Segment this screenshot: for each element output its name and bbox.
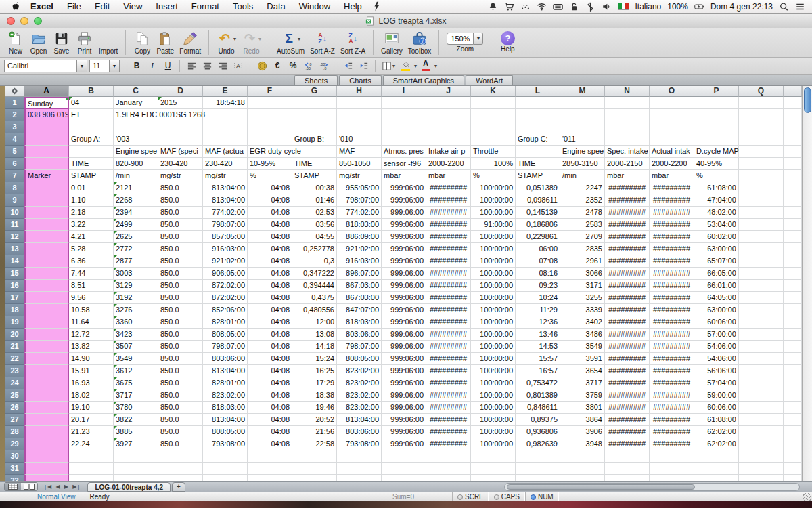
cell-M7[interactable]: /min (560, 170, 605, 182)
cell-B22[interactable]: 14.90 (69, 353, 114, 365)
cell-I17[interactable]: 999:06:00 (382, 292, 426, 304)
cell-J24[interactable]: ######### (426, 377, 471, 389)
cell-O11[interactable]: ######### (650, 219, 694, 231)
cell-F30[interactable] (248, 450, 292, 463)
cell-A27[interactable] (24, 414, 69, 426)
cell-P16[interactable]: 66:01:00 (694, 280, 739, 292)
cell-O28[interactable]: ######### (650, 426, 694, 438)
cell-I24[interactable]: 999:06:00 (382, 377, 426, 389)
cell-A15[interactable] (24, 268, 69, 280)
cell-O22[interactable]: ######### (650, 353, 694, 365)
cell-M26[interactable]: 3801 (560, 402, 605, 414)
cell-B3[interactable] (69, 121, 114, 133)
cell-Q10[interactable] (739, 207, 784, 219)
cell-B10[interactable]: 2.18 (69, 207, 114, 219)
cell-A17[interactable] (24, 292, 69, 304)
col-header-G[interactable]: G (292, 86, 337, 97)
cell-O5[interactable]: Actual intak (650, 146, 694, 158)
cell-P21[interactable]: 54:06:00 (694, 341, 739, 353)
cell-N32[interactable] (605, 475, 650, 481)
col-header-B[interactable]: B (69, 86, 114, 97)
cell-P9[interactable]: 47:04:00 (694, 194, 739, 207)
vertical-scrollbar[interactable] (802, 86, 812, 481)
cell-D18[interactable]: 850.0 (158, 304, 203, 316)
cell-N20[interactable]: ######### (605, 329, 650, 341)
cell-E15[interactable]: 906:05:00 (203, 268, 248, 280)
cell-J1[interactable] (426, 97, 471, 109)
cell-G16[interactable]: 0,394444 (292, 280, 337, 292)
cell-I8[interactable]: 999:06:00 (382, 182, 426, 194)
cell-A13[interactable] (24, 243, 69, 255)
row-header-24[interactable]: 24 (5, 377, 24, 389)
cell-N7[interactable]: mbar (605, 170, 650, 182)
sheet-tab-active[interactable]: LOG-01-00treapta 4,2 (87, 482, 171, 492)
row-header-12[interactable]: 12 (5, 231, 24, 243)
cell-G11[interactable]: 03:56 (292, 219, 337, 231)
paste-button[interactable]: Paste (154, 30, 177, 56)
cell-K12[interactable]: 100:00:00 (471, 231, 516, 243)
cell-I14[interactable]: 999:06:00 (382, 255, 426, 268)
cell-E27[interactable]: 813:04:00 (203, 414, 248, 426)
cell-A4[interactable] (24, 133, 69, 146)
cell-M31[interactable] (560, 463, 605, 475)
cell-A16[interactable] (24, 280, 69, 292)
cell-B6[interactable]: TIME (69, 158, 114, 170)
cell-Q16[interactable] (739, 280, 784, 292)
cell-J30[interactable] (426, 450, 471, 463)
col-header-I[interactable]: I (382, 86, 426, 97)
vertical-scrollbar-thumb[interactable] (804, 87, 811, 113)
cell-C1[interactable]: January (114, 97, 158, 109)
zoom-value[interactable]: 150% (447, 33, 474, 45)
cell-J2[interactable] (426, 109, 471, 121)
cell-O13[interactable]: ######### (650, 243, 694, 255)
row-header-18[interactable]: 18 (5, 304, 24, 316)
cell-M5[interactable]: Engine spee (560, 146, 605, 158)
cell-G13[interactable]: 0,252778 (292, 243, 337, 255)
cell-D11[interactable]: 850.0 (158, 219, 203, 231)
cell-L11[interactable]: 0,186806 (516, 219, 560, 231)
cell-O4[interactable] (650, 133, 694, 146)
borders-button[interactable]: ▾ (380, 59, 397, 72)
cell-L29[interactable]: 0,982639 (516, 438, 560, 450)
cell-G32[interactable] (292, 475, 337, 481)
cell-O25[interactable]: ######### (650, 389, 694, 402)
cell-E26[interactable]: 818:03:00 (203, 402, 248, 414)
cell-O31[interactable] (650, 463, 694, 475)
cell-D26[interactable]: 850.0 (158, 402, 203, 414)
row-header-29[interactable]: 29 (5, 438, 24, 450)
cell-D12[interactable]: 850.0 (158, 231, 203, 243)
cell-J19[interactable]: ######### (426, 316, 471, 329)
elements-tab-sheets[interactable]: Sheets (294, 75, 338, 85)
cell-E22[interactable]: 803:06:00 (203, 353, 248, 365)
row-header-32[interactable]: 32 (5, 475, 24, 481)
row-header-7[interactable]: 7 (5, 170, 24, 182)
cell-L19[interactable]: 12:36 (516, 316, 560, 329)
row-header-19[interactable]: 19 (5, 316, 24, 329)
cell-B31[interactable] (69, 463, 114, 475)
decrease-decimal-button[interactable]: .00.0 (317, 59, 331, 72)
cell-K24[interactable]: 100:00:00 (471, 377, 516, 389)
cell-N27[interactable]: ######### (605, 414, 650, 426)
cell-K30[interactable] (471, 450, 516, 463)
cell-P14[interactable]: 65:07:00 (694, 255, 739, 268)
cell-M27[interactable]: 3864 (560, 414, 605, 426)
cell-Q17[interactable] (739, 292, 784, 304)
cell-E7[interactable]: mg/str (203, 170, 248, 182)
cell-H27[interactable]: 813:04:00 (337, 414, 382, 426)
cell-Q28[interactable] (739, 426, 784, 438)
cell-F21[interactable]: 04:08 (248, 341, 292, 353)
cell-H31[interactable] (337, 463, 382, 475)
cell-H32[interactable] (337, 475, 382, 481)
cell-N3[interactable] (605, 121, 650, 133)
cell-L5[interactable] (516, 146, 560, 158)
cell-P25[interactable]: 59:00:00 (694, 389, 739, 402)
cell-O9[interactable]: ######### (650, 194, 694, 207)
cell-Q22[interactable] (739, 353, 784, 365)
cell-D10[interactable]: 850.0 (158, 207, 203, 219)
cell-D6[interactable]: 230-420 (158, 158, 203, 170)
cell-Q21[interactable] (739, 341, 784, 353)
cell-K23[interactable]: 100:00:00 (471, 365, 516, 377)
cell-I15[interactable]: 999:06:00 (382, 268, 426, 280)
cell-P15[interactable]: 66:05:00 (694, 268, 739, 280)
cell-J15[interactable]: ######### (426, 268, 471, 280)
